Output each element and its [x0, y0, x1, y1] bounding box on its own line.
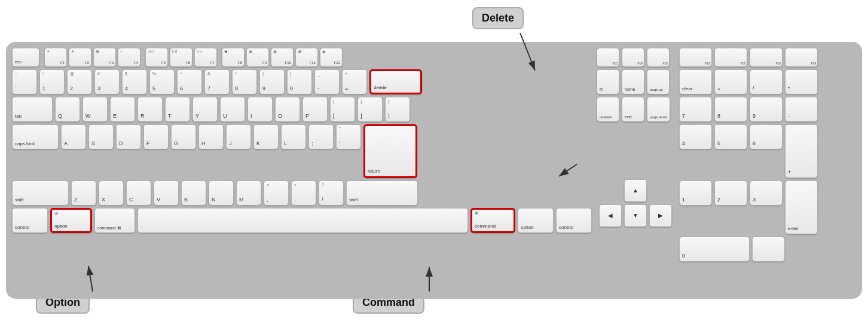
key-2[interactable]: @2 [67, 69, 92, 94]
key-0[interactable]: )0 [287, 69, 312, 94]
key-f5[interactable]: ◁◁F5 [145, 48, 168, 67]
key-lbracket[interactable]: {[ [330, 97, 355, 122]
key-numpad-clear[interactable]: clear [679, 69, 712, 94]
key-d[interactable]: D [116, 124, 141, 149]
key-numpad-plus[interactable]: + [785, 124, 818, 178]
key-period[interactable]: >. [291, 180, 316, 206]
key-7[interactable]: &7 [204, 69, 230, 94]
key-z[interactable]: Z [71, 180, 96, 206]
key-x[interactable]: X [99, 180, 124, 206]
key-9[interactable]: (9 [259, 69, 285, 94]
key-option-right[interactable]: option [518, 208, 554, 233]
key-minus[interactable]: _- [314, 69, 340, 94]
key-numpad-f18[interactable]: F18 [750, 48, 783, 67]
key-rbracket[interactable]: }] [357, 97, 383, 122]
key-f1[interactable]: ☀F1 [44, 48, 67, 67]
key-6[interactable]: ^6 [177, 69, 202, 94]
key-numpad-9[interactable]: 9 [750, 97, 783, 122]
key-shift-left[interactable]: shift [12, 180, 69, 206]
key-w[interactable]: W [82, 97, 108, 122]
key-numpad-3[interactable]: 3 [750, 180, 783, 206]
key-numpad-multiply[interactable]: * [785, 69, 818, 94]
key-c[interactable]: C [126, 180, 151, 206]
key-q[interactable]: Q [55, 97, 80, 122]
key-h[interactable]: H [198, 124, 224, 149]
key-numpad-1[interactable]: 1 [679, 180, 712, 206]
key-numpad-f17[interactable]: F17 [714, 48, 747, 67]
key-esc[interactable]: esc [12, 48, 39, 67]
key-o[interactable]: O [275, 97, 300, 122]
key-f15[interactable]: F15 [647, 48, 670, 67]
key-l[interactable]: L [281, 124, 306, 149]
key-f4[interactable]: ○F4 [118, 48, 140, 67]
key-fwd-delete[interactable]: delete⊳ [597, 97, 619, 122]
key-f14[interactable]: F14 [622, 48, 644, 67]
key-f2[interactable]: ☀F2 [69, 48, 91, 67]
key-numpad-enter[interactable]: enter [785, 180, 818, 234]
key-numpad-0[interactable]: 0 [679, 237, 750, 262]
key-numpad-2[interactable]: 2 [714, 180, 747, 206]
key-f8[interactable]: ◀F8 [222, 48, 244, 67]
key-tab[interactable]: tab [12, 97, 53, 122]
key-delete[interactable]: delete [369, 69, 422, 94]
key-numpad-decimal[interactable]: . [752, 237, 785, 262]
key-fn[interactable]: fn [597, 69, 619, 94]
key-page-up[interactable]: page up [647, 69, 670, 94]
key-s[interactable]: S [88, 124, 114, 149]
key-i[interactable]: I [247, 97, 273, 122]
key-equals[interactable]: += [342, 69, 367, 94]
key-numpad-divide[interactable]: / [750, 69, 783, 94]
key-arrow-left[interactable]: ◀ [599, 204, 622, 227]
key-1[interactable]: !1 [39, 69, 65, 94]
key-return[interactable]: return [363, 124, 417, 178]
key-arrow-right[interactable]: ▶ [649, 204, 672, 227]
key-f13[interactable]: F13 [597, 48, 619, 67]
key-numpad-6[interactable]: 6 [750, 124, 783, 149]
key-backtick[interactable]: ~` [12, 69, 37, 94]
key-j[interactable]: J [226, 124, 251, 149]
key-slash[interactable]: ?/ [319, 180, 344, 206]
key-semicolon[interactable]: :; [308, 124, 334, 149]
key-u[interactable]: U [220, 97, 245, 122]
key-f3[interactable]: ▤F3 [93, 48, 116, 67]
key-option-left[interactable]: alt option [50, 208, 92, 233]
key-r[interactable]: R [137, 97, 163, 122]
key-home[interactable]: home [622, 69, 644, 94]
key-t[interactable]: T [165, 97, 190, 122]
key-a[interactable]: A [61, 124, 86, 149]
key-p[interactable]: P [302, 97, 328, 122]
key-n[interactable]: N [209, 180, 234, 206]
key-numpad-8[interactable]: 8 [714, 97, 747, 122]
key-ctrl-left[interactable]: control [12, 208, 48, 233]
key-numpad-f19[interactable]: F19 [785, 48, 818, 67]
key-quote[interactable]: "' [336, 124, 361, 149]
key-3[interactable]: #3 [94, 69, 120, 94]
key-arrow-up[interactable]: ▲ [624, 179, 647, 202]
key-page-down[interactable]: page down [647, 97, 670, 122]
key-f7[interactable]: ▷▷F7 [194, 48, 217, 67]
key-shift-right[interactable]: shift [346, 180, 418, 206]
key-cmd-left-label[interactable]: command ⌘ [94, 208, 135, 233]
key-5[interactable]: %5 [149, 69, 175, 94]
key-y[interactable]: Y [192, 97, 218, 122]
key-v[interactable]: V [154, 180, 179, 206]
key-4[interactable]: $4 [122, 69, 147, 94]
key-arrow-down[interactable]: ▼ [624, 204, 647, 227]
key-caps-lock[interactable]: caps lock [12, 124, 59, 149]
key-k[interactable]: K [253, 124, 279, 149]
key-space[interactable] [137, 208, 468, 233]
key-f11[interactable]: 🔊F11 [295, 48, 318, 67]
key-g[interactable]: G [171, 124, 196, 149]
key-end[interactable]: end [622, 97, 644, 122]
key-f10[interactable]: 🔉F10 [271, 48, 294, 67]
key-numpad-f16[interactable]: F16 [679, 48, 712, 67]
key-numpad-5[interactable]: 5 [714, 124, 747, 149]
key-numpad-equals[interactable]: = [714, 69, 747, 94]
key-ctrl-right[interactable]: control [556, 208, 592, 233]
key-cmd-right[interactable]: ⌘ command [470, 208, 515, 233]
key-m[interactable]: M [236, 180, 261, 206]
key-numpad-7[interactable]: 7 [679, 97, 712, 122]
key-comma[interactable]: <, [264, 180, 289, 206]
key-8[interactable]: *8 [232, 69, 257, 94]
key-numpad-4[interactable]: 4 [679, 124, 712, 149]
